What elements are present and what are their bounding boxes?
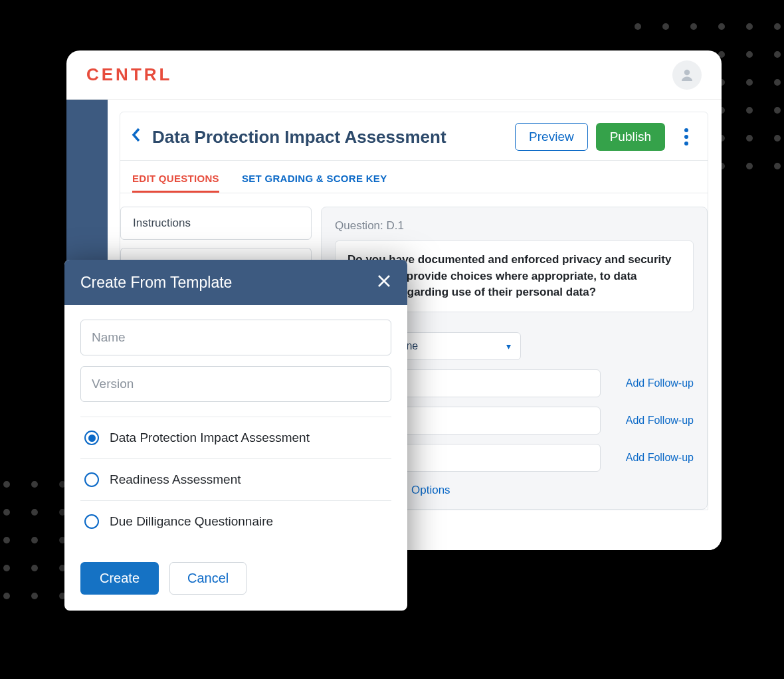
- radio-icon: [84, 514, 99, 529]
- answer-option-row: Add Follow-up: [388, 407, 694, 435]
- create-from-template-modal: Create From Template Data Protection Imp…: [64, 260, 407, 611]
- question-label: Question: D.1: [335, 219, 694, 233]
- add-followup-link[interactable]: Add Follow-up: [626, 452, 694, 464]
- radio-icon: [84, 472, 99, 487]
- back-button[interactable]: [128, 126, 144, 147]
- create-button[interactable]: Create: [80, 562, 159, 595]
- svg-point-0: [684, 69, 690, 74]
- version-input[interactable]: [80, 366, 391, 402]
- tab-edit-questions[interactable]: EDIT QUESTIONS: [132, 173, 219, 193]
- add-followup-link[interactable]: Add Follow-up: [626, 415, 694, 427]
- app-topbar: CENTRL: [66, 50, 722, 100]
- answer-option-input[interactable]: [388, 369, 601, 397]
- template-option[interactable]: Readiness Assessment: [80, 459, 391, 501]
- instructions-item[interactable]: Instructions: [120, 207, 312, 240]
- template-option[interactable]: Data Protection Impact Assessment: [80, 417, 391, 459]
- radio-icon: [84, 431, 99, 445]
- answer-option-row: Add Follow-up: [388, 444, 694, 472]
- question-options-link[interactable]: Options: [411, 484, 694, 497]
- answer-option-input[interactable]: [388, 407, 601, 435]
- template-label: Data Protection Impact Assessment: [110, 431, 310, 445]
- modal-title: Create From Template: [80, 274, 232, 292]
- brand-logo: CENTRL: [86, 64, 172, 85]
- template-option[interactable]: Due Dilligance Questionnaire: [80, 501, 391, 542]
- more-menu-button[interactable]: [678, 128, 694, 146]
- tabs: EDIT QUESTIONS SET GRADING & SCORE KEY: [120, 161, 708, 193]
- answer-option-row: Add Follow-up: [388, 369, 694, 397]
- template-label: Readiness Assessment: [110, 472, 241, 487]
- modal-header: Create From Template: [64, 260, 407, 305]
- template-radio-list: Data Protection Impact Assessment Readin…: [80, 417, 391, 542]
- close-button[interactable]: [377, 273, 391, 292]
- template-label: Due Dilligance Questionnaire: [110, 514, 273, 529]
- chevron-left-icon: [131, 127, 142, 143]
- answer-type-select[interactable]: One ▾: [388, 332, 521, 360]
- page-title: Data Protection Impact Assessment: [152, 127, 507, 147]
- name-input[interactable]: [80, 320, 391, 355]
- chevron-down-icon: ▾: [506, 341, 511, 351]
- cancel-button[interactable]: Cancel: [169, 562, 246, 595]
- answer-option-input[interactable]: [388, 444, 601, 472]
- close-icon: [377, 274, 391, 288]
- user-icon: [679, 67, 695, 83]
- preview-button[interactable]: Preview: [515, 123, 588, 151]
- add-followup-link[interactable]: Add Follow-up: [626, 377, 694, 389]
- tab-grading[interactable]: SET GRADING & SCORE KEY: [242, 173, 387, 193]
- avatar[interactable]: [672, 60, 702, 90]
- publish-button[interactable]: Publish: [596, 123, 665, 151]
